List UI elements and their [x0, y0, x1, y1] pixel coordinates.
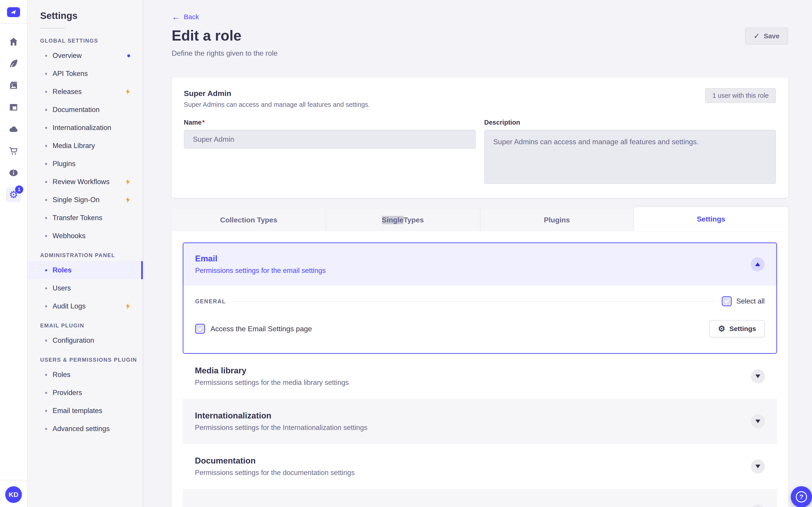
name-input[interactable]: Super Admin [184, 130, 476, 149]
rail-bottom: KD [0, 480, 27, 507]
select-all-checkbox[interactable] [722, 296, 732, 306]
help-button[interactable]: ? [791, 486, 812, 507]
chevron-down-icon [755, 465, 760, 468]
expand-toggle-button[interactable] [751, 505, 765, 507]
avatar[interactable]: KD [5, 486, 22, 503]
lightning-icon [124, 88, 132, 95]
bullet-icon [45, 145, 47, 147]
bullet-icon [45, 55, 47, 57]
check-icon [723, 298, 730, 304]
chevron-down-icon [755, 375, 760, 378]
users-with-role-button[interactable]: 1 user with this role [705, 88, 776, 103]
tab-settings[interactable]: Settings [634, 207, 788, 231]
sidebar-item-configuration[interactable]: Configuration [28, 332, 143, 349]
sidebar-item-label: Users [53, 284, 134, 292]
email-accordion-body: GENERAL Select all Access the Email Se [184, 285, 776, 353]
sidebar-item-plugins[interactable]: Plugins [28, 155, 143, 173]
accordion-title: Internationalization [195, 411, 367, 420]
sidebar-item-email-templates[interactable]: Email templates [28, 402, 143, 420]
paper-plane-icon [10, 9, 17, 16]
accordion-row-documentation[interactable]: DocumentationPermissions settings for th… [183, 444, 777, 489]
rail-divider [0, 23, 27, 24]
accordion-row-plugins-and-marketplace[interactable]: Plugins and marketplace [183, 489, 777, 507]
access-email-settings-checkbox[interactable] [195, 324, 205, 334]
bullet-icon [45, 269, 47, 271]
rail-divider [0, 480, 27, 481]
sidebar-item-label: Advanced settings [53, 425, 134, 433]
sidebar-item-media-library[interactable]: Media Library [28, 137, 143, 155]
accordion-title: Media library [195, 366, 349, 376]
lightning-icon [124, 178, 132, 185]
cloud-icon[interactable] [3, 118, 24, 140]
collapse-toggle-button[interactable] [751, 257, 765, 271]
expand-toggle-button[interactable] [751, 459, 765, 473]
description-textarea[interactable]: Super Admins can access and manage all f… [484, 130, 776, 184]
expand-toggle-button[interactable] [751, 414, 765, 428]
tab-single-types[interactable]: Single Types [326, 209, 480, 231]
expand-toggle-button[interactable] [751, 369, 765, 383]
sidebar-item-internationalization[interactable]: Internationalization [28, 119, 143, 137]
bullet-icon [45, 127, 47, 129]
select-all-label: Select all [736, 297, 765, 305]
settings-button[interactable]: ⚙ Settings [709, 320, 765, 337]
collapsed-accordions: Media libraryPermissions settings for th… [183, 354, 777, 507]
sidebar-item-providers[interactable]: Providers [28, 384, 143, 402]
sidebar-item-overview[interactable]: Overview [28, 47, 143, 65]
check-icon [197, 326, 203, 332]
accordion-subtitle: Permissions settings for the email setti… [195, 267, 326, 275]
bullet-icon [45, 163, 47, 165]
sidebar-item-users[interactable]: Users [28, 279, 143, 297]
description-field-label: Description [484, 119, 776, 126]
tab-collection-types[interactable]: Collection Types [172, 209, 326, 231]
content-type-builder-icon[interactable] [3, 96, 24, 118]
sidebar-item-advanced-settings[interactable]: Advanced settings [28, 420, 143, 438]
accordion-subtitle: Permissions settings for the media libra… [195, 379, 349, 387]
sidebar-item-label: Single Sign-On [53, 196, 124, 204]
sidebar-item-review-workflows[interactable]: Review Workflows [28, 173, 143, 191]
lightning-icon [124, 302, 132, 310]
sidebar-item-single-sign-on[interactable]: Single Sign-On [28, 191, 143, 209]
bullet-icon [45, 340, 47, 342]
sidebar-item-roles[interactable]: Roles [28, 261, 143, 279]
back-label: Back [184, 13, 199, 21]
accordion-row-media-library[interactable]: Media libraryPermissions settings for th… [183, 354, 777, 399]
accordion-title: Documentation [195, 456, 355, 465]
sidebar-section-header: USERS & PERMISSIONS PLUGIN [40, 357, 143, 363]
settings-icon[interactable]: ⚙1 [3, 184, 24, 206]
email-accordion-header[interactable]: Email Permissions settings for the email… [184, 243, 776, 285]
permissions-section: Collection TypesSingle TypesPluginsSetti… [172, 207, 788, 507]
sidebar-item-documentation[interactable]: Documentation [28, 101, 143, 119]
notification-badge: 1 [15, 185, 23, 193]
sidebar-item-api-tokens[interactable]: API Tokens [28, 65, 143, 83]
media-library-icon[interactable] [3, 74, 24, 96]
sidebar-item-label: Roles [53, 266, 134, 274]
marketplace-icon[interactable] [3, 140, 24, 162]
subnav-title: Settings [40, 10, 143, 21]
content-manager-icon[interactable] [3, 53, 24, 74]
save-button[interactable]: ✓ Save [745, 27, 788, 45]
sidebar-item-label: Configuration [53, 336, 134, 344]
sidebar-item-label: API Tokens [53, 70, 134, 78]
bullet-icon [45, 428, 47, 430]
settings-subnav: Settings GLOBAL SETTINGSOverviewAPI Toke… [28, 0, 143, 507]
back-link[interactable]: ← Back [172, 13, 199, 21]
notification-dot-icon [127, 54, 130, 57]
question-mark-icon: ? [796, 491, 807, 503]
strapi-logo[interactable] [7, 7, 20, 17]
bullet-icon [45, 305, 47, 307]
tab-plugins[interactable]: Plugins [480, 209, 634, 231]
settings-button-label: Settings [729, 325, 756, 333]
sidebar-item-webhooks[interactable]: Webhooks [28, 227, 143, 245]
home-icon[interactable] [3, 31, 24, 53]
accordion-row-internationalization[interactable]: InternationalizationPermissions settings… [183, 399, 777, 444]
sidebar-item-audit-logs[interactable]: Audit Logs [28, 297, 143, 315]
check-icon: ✓ [754, 32, 760, 40]
sidebar-item-roles[interactable]: Roles [28, 366, 143, 384]
email-permissions-accordion: Email Permissions settings for the email… [183, 242, 777, 354]
information-icon[interactable] [3, 162, 24, 184]
sidebar-item-transfer-tokens[interactable]: Transfer Tokens [28, 209, 143, 227]
sidebar-item-releases[interactable]: Releases [28, 83, 143, 101]
sidebar-item-label: Overview [53, 52, 127, 60]
lightning-icon [124, 196, 132, 204]
role-card: Super Admin Super Admins can access and … [172, 77, 788, 198]
